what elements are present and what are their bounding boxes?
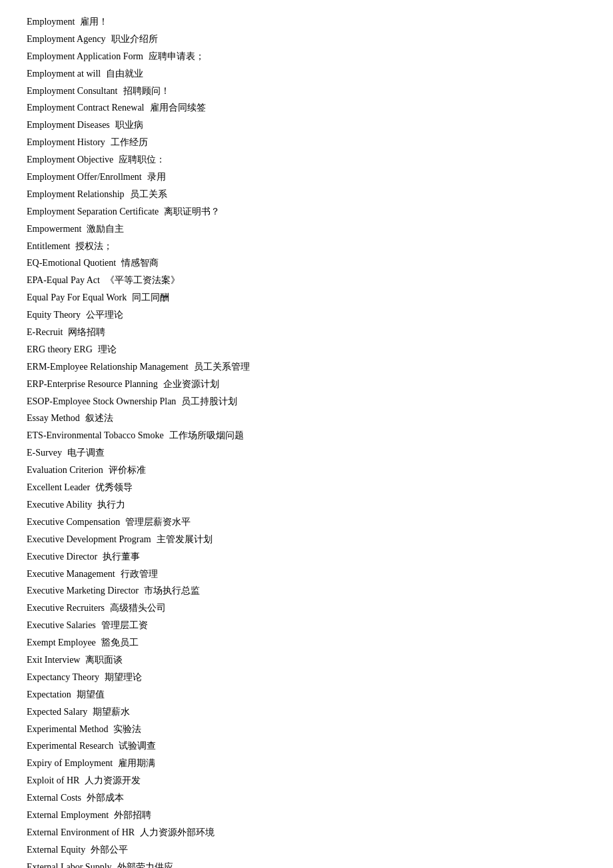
entry-chinese: 《平等工资法案》: [105, 272, 180, 289]
entry-english: ERP-Enterprise Resource Planning: [27, 376, 158, 393]
list-item: Employment Separation Certificate离职证明书？: [27, 203, 586, 220]
entry-chinese: 期望薪水: [93, 703, 130, 721]
entry-chinese: 离职面谈: [85, 651, 123, 669]
entry-english: Evaluation Criterion: [27, 462, 103, 479]
entry-english: Employment Diseases: [27, 117, 110, 134]
entry-chinese: 员工持股计划: [181, 393, 237, 410]
list-item: Executive Director执行董事: [27, 548, 586, 566]
entry-chinese: 录用: [147, 169, 166, 186]
list-item: External Environment of HR人力资源外部环境: [27, 824, 586, 841]
entry-chinese: 外部招聘: [114, 807, 151, 824]
entry-chinese: 外部成本: [87, 789, 124, 807]
list-item: Employment雇用！: [27, 13, 586, 31]
entry-chinese: 离职证明书？: [164, 203, 220, 220]
list-item: Exempt Employee豁免员工: [27, 634, 586, 651]
entry-chinese: 理论: [98, 341, 117, 358]
list-item: Employment Contract Renewal雇用合同续签: [27, 99, 586, 117]
entry-chinese: 同工同酬: [132, 289, 169, 306]
entry-english: Employment Relationship: [27, 186, 125, 203]
entry-english: ERG theory ERG: [27, 341, 93, 358]
list-item: Executive Recruiters高级猎头公司: [27, 600, 586, 617]
list-item: External Costs外部成本: [27, 789, 586, 807]
entry-english: EQ-Emotional Quotient: [27, 254, 116, 272]
entry-english: Expiry of Employment: [27, 755, 113, 772]
list-item: Employment Objective应聘职位：: [27, 151, 586, 169]
entry-chinese: 市场执行总监: [144, 582, 200, 600]
entry-english: Expected Salary: [27, 703, 87, 721]
list-item: Experimental Method实验法: [27, 721, 586, 738]
list-item: Employment Diseases职业病: [27, 117, 586, 134]
entries-list: Employment雇用！Employment Agency职业介绍所Emplo…: [27, 13, 586, 868]
entry-chinese: 外部劳力供应: [117, 859, 173, 868]
entry-chinese: 电子调查: [67, 444, 105, 462]
list-item: Executive Management行政管理: [27, 566, 586, 583]
entry-english: Employment History: [27, 134, 105, 151]
entry-chinese: 期望理论: [105, 669, 142, 686]
list-item: Employment Relationship员工关系: [27, 186, 586, 203]
entry-chinese: 行政管理: [121, 566, 158, 583]
list-item: ERM-Employee Relationship Management员工关系…: [27, 358, 586, 376]
entry-chinese: 高级猎头公司: [110, 600, 166, 617]
list-item: Employment Consultant招聘顾问！: [27, 83, 586, 100]
entry-chinese: 职业病: [115, 117, 143, 134]
entry-english: Executive Recruiters: [27, 600, 105, 617]
entry-english: Essay Method: [27, 410, 80, 427]
entry-chinese: 企业资源计划: [163, 376, 219, 393]
entry-english: ESOP-Employee Stock Ownership Plan: [27, 393, 176, 410]
list-item: External Employment外部招聘: [27, 807, 586, 824]
entry-chinese: 自由就业: [106, 65, 143, 83]
entry-english: Employment Application Form: [27, 48, 143, 65]
list-item: Expectancy Theory期望理论: [27, 669, 586, 686]
entry-english: Expectancy Theory: [27, 669, 99, 686]
entry-chinese: 优秀领导: [95, 479, 133, 496]
list-item: ERP-Enterprise Resource Planning企业资源计划: [27, 376, 586, 393]
entry-chinese: 雇用期满: [118, 755, 155, 772]
entry-chinese: 工作经历: [111, 134, 148, 151]
entry-chinese: 执行董事: [103, 548, 140, 566]
entry-english: Employment Separation Certificate: [27, 203, 159, 220]
entry-chinese: 试验调查: [119, 737, 156, 755]
entry-english: E-Survey: [27, 444, 62, 462]
list-item: Executive Development Program主管发展计划: [27, 531, 586, 548]
entry-chinese: 应聘职位：: [119, 151, 165, 169]
entry-english: Employment at will: [27, 65, 101, 83]
list-item: EPA-Equal Pay Act《平等工资法案》: [27, 272, 586, 289]
entry-chinese: 管理层工资: [101, 617, 148, 634]
entry-english: Exit Interview: [27, 651, 80, 669]
list-item: Employment Offer/Enrollment录用: [27, 169, 586, 186]
entry-english: Empowerment: [27, 220, 81, 238]
entry-english: Executive Development Program: [27, 531, 151, 548]
entry-english: Employment Contract Renewal: [27, 99, 145, 117]
entry-english: Excellent Leader: [27, 479, 90, 496]
entry-chinese: 网络招聘: [68, 324, 105, 341]
entry-chinese: 执行力: [97, 496, 125, 514]
entry-english: Employment: [27, 13, 75, 31]
list-item: ETS-Environmental Tobacco Smoke工作场所吸烟问题: [27, 427, 586, 444]
list-item: Evaluation Criterion评价标准: [27, 462, 586, 479]
list-item: Executive Ability执行力: [27, 496, 586, 514]
list-item: Executive Salaries管理层工资: [27, 617, 586, 634]
entry-chinese: 人力资源外部环境: [140, 824, 215, 841]
entry-chinese: 雇用！: [80, 13, 108, 31]
list-item: Essay Method叙述法: [27, 410, 586, 427]
entry-chinese: 激励自主: [87, 220, 124, 238]
entry-english: Experimental Method: [27, 721, 108, 738]
entry-chinese: 主管发展计划: [157, 531, 213, 548]
list-item: Employment Application Form应聘申请表；: [27, 48, 586, 65]
list-item: E-Recruit网络招聘: [27, 324, 586, 341]
list-item: External Equity外部公平: [27, 841, 586, 859]
entry-chinese: 公平理论: [86, 306, 123, 324]
list-item: ERG theory ERG理论: [27, 341, 586, 358]
entry-chinese: 人力资源开发: [85, 772, 141, 789]
entry-chinese: 豁免员工: [101, 634, 139, 651]
entry-chinese: 雇用合同续签: [150, 99, 206, 117]
entry-english: Equal Pay For Equal Work: [27, 289, 127, 306]
entry-english: Entitlement: [27, 238, 70, 255]
list-item: Expected Salary期望薪水: [27, 703, 586, 721]
entry-chinese: 员工关系: [130, 186, 167, 203]
entry-english: Executive Management: [27, 566, 115, 583]
entry-chinese: 管理层薪资水平: [125, 514, 191, 531]
entry-english: ERM-Employee Relationship Management: [27, 358, 189, 376]
entry-chinese: 招聘顾问！: [123, 83, 170, 100]
entry-english: Executive Compensation: [27, 514, 120, 531]
